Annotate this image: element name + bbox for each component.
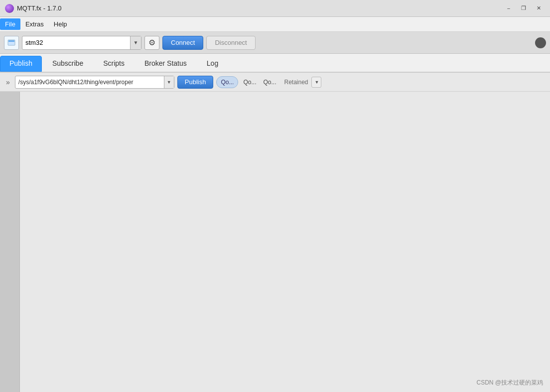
connection-bar: ▼ ⚙ Connect Disconnect <box>0 32 550 54</box>
settings-button[interactable]: ⚙ <box>144 36 159 50</box>
main-content: » ▼ Publish Qo... Qo... Qo... Retained ▼… <box>0 73 550 392</box>
tab-broker-status[interactable]: Broker Status <box>135 56 196 72</box>
qos2-text[interactable]: Qo... <box>261 78 278 87</box>
watermark: CSDN @技术过硬的菜鸡 <box>476 379 543 387</box>
profile-select[interactable] <box>22 39 130 46</box>
publish-button[interactable]: Publish <box>177 76 214 89</box>
menu-bar: File Extras Help <box>0 17 550 32</box>
menu-extras[interactable]: Extras <box>20 18 49 30</box>
qos1-text[interactable]: Qo... <box>241 78 258 87</box>
tab-publish[interactable]: Publish <box>0 56 42 72</box>
tab-scripts[interactable]: Scripts <box>94 56 134 72</box>
topic-input-wrap: ▼ <box>15 76 174 89</box>
qos0-button[interactable]: Qo... <box>216 76 238 88</box>
tab-log[interactable]: Log <box>197 56 228 72</box>
connection-status-dot <box>535 37 546 48</box>
tab-subscribe[interactable]: Subscribe <box>43 56 93 72</box>
restore-button[interactable]: ❐ <box>517 3 530 13</box>
title-bar: MQTT.fx - 1.7.0 − ❐ ✕ <box>0 0 550 17</box>
publish-toolbar: » ▼ Publish Qo... Qo... Qo... Retained ▼ <box>0 73 550 92</box>
left-sidebar <box>0 92 20 392</box>
expand-arrow-icon[interactable]: » <box>4 77 12 87</box>
retained-label: Retained <box>284 79 308 86</box>
profile-select-wrap: ▼ <box>22 36 141 50</box>
menu-help[interactable]: Help <box>49 18 72 30</box>
retained-dropdown[interactable]: ▼ <box>311 77 322 88</box>
new-profile-icon <box>7 39 15 47</box>
retained-arrow-icon: ▼ <box>315 80 319 85</box>
connect-button[interactable]: Connect <box>162 36 203 50</box>
minimize-button[interactable]: − <box>502 3 515 13</box>
app-title: MQTT.fx - 1.7.0 <box>17 4 502 12</box>
window-controls: − ❐ ✕ <box>502 3 545 13</box>
app-icon <box>5 4 14 13</box>
topic-dropdown-arrow[interactable]: ▼ <box>164 76 174 88</box>
svg-rect-1 <box>8 40 14 42</box>
tab-bar: Publish Subscribe Scripts Broker Status … <box>0 54 550 73</box>
topic-input[interactable] <box>15 79 164 86</box>
close-button[interactable]: ✕ <box>532 3 545 13</box>
menu-file[interactable]: File <box>0 18 20 30</box>
disconnect-button[interactable]: Disconnect <box>206 36 255 50</box>
profile-dropdown-arrow[interactable]: ▼ <box>130 36 141 49</box>
new-profile-button[interactable] <box>4 36 19 50</box>
